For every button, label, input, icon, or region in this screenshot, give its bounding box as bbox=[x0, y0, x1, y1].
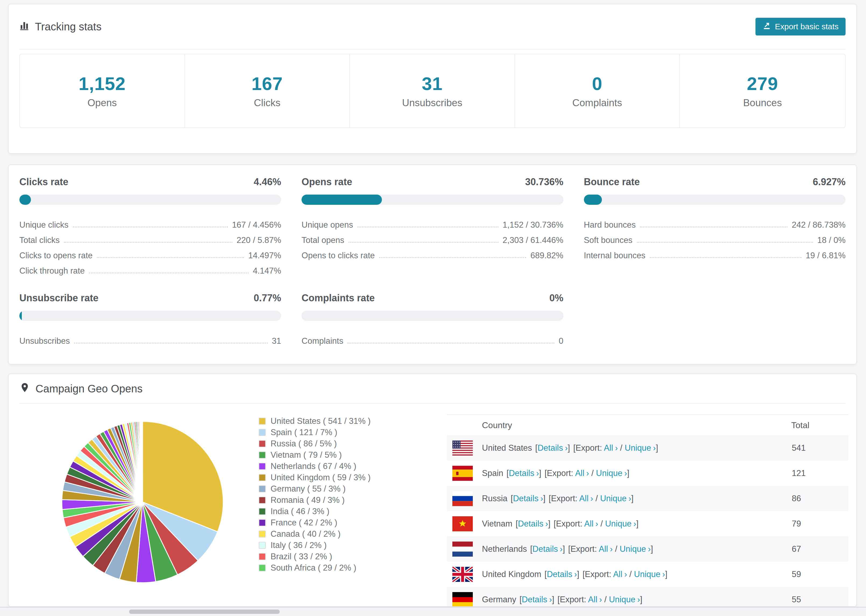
bracket: [ bbox=[535, 443, 538, 453]
column-header-total: Total bbox=[791, 420, 809, 430]
stat-value: 167 bbox=[252, 73, 283, 94]
rate-row-label: Click through rate bbox=[19, 266, 85, 276]
rate-row-label: Total opens bbox=[301, 236, 344, 245]
legend-swatch bbox=[259, 553, 266, 560]
export-icon bbox=[762, 22, 771, 32]
export-unique-link[interactable]: Unique bbox=[634, 569, 660, 579]
chevron-right-icon: › bbox=[624, 468, 627, 478]
slash: / bbox=[618, 443, 625, 453]
rate-head: Opens rate30.736% bbox=[301, 176, 563, 188]
export-all-link[interactable]: All bbox=[588, 595, 597, 604]
slash: / bbox=[627, 569, 634, 579]
export-basic-stats-button[interactable]: Export basic stats bbox=[756, 18, 846, 36]
details-link[interactable]: Details bbox=[547, 569, 572, 579]
progress-track bbox=[19, 195, 281, 205]
rate-value: 30.736% bbox=[525, 176, 564, 188]
rate-row-value: 19 / 6.81% bbox=[806, 251, 846, 261]
rate-title: Opens rate bbox=[301, 176, 352, 188]
bracket: ] bbox=[539, 468, 542, 478]
scrollbar-thumb[interactable] bbox=[129, 610, 280, 614]
stat-cell-complaints: 0Complaints bbox=[515, 54, 680, 127]
legend-item: Canada ( 40 / 2% ) bbox=[259, 528, 371, 540]
export-label: Export: bbox=[560, 595, 586, 604]
chevron-right-icon: › bbox=[648, 544, 650, 554]
total-cell: 121 bbox=[792, 468, 806, 478]
legend-label: Italy ( 36 / 2% ) bbox=[271, 541, 326, 550]
page-title: Tracking stats bbox=[35, 21, 101, 33]
legend-item: Spain ( 121 / 7% ) bbox=[259, 427, 371, 438]
export-all-link[interactable]: All bbox=[604, 443, 613, 453]
progress-fill bbox=[301, 195, 382, 205]
rate-row-label: Complaints bbox=[301, 336, 343, 346]
export-unique-link[interactable]: Unique bbox=[596, 468, 622, 478]
bracket: ] bbox=[631, 494, 634, 503]
total-cell: 67 bbox=[792, 544, 801, 554]
export-unique-link[interactable]: Unique bbox=[620, 544, 646, 554]
dotted-leader bbox=[73, 226, 228, 227]
details-link[interactable]: Details bbox=[513, 494, 538, 503]
rate-rows: Hard bounces242 / 86.738%Soft bounces18 … bbox=[584, 214, 846, 261]
export-all-link[interactable]: All bbox=[579, 494, 589, 503]
dotted-leader bbox=[637, 242, 813, 243]
rate-row: Clicks to opens rate14.497% bbox=[19, 245, 281, 261]
country-name: United Kingdom bbox=[482, 569, 542, 579]
legend-swatch bbox=[259, 463, 266, 470]
export-unique-link[interactable]: Unique bbox=[625, 443, 651, 453]
legend-item: France ( 42 / 2% ) bbox=[259, 517, 371, 528]
legend-label: Spain ( 121 / 7% ) bbox=[271, 427, 337, 437]
chevron-right-icon: › bbox=[628, 494, 631, 503]
flag-icon-vn bbox=[452, 516, 473, 531]
legend-label: Russia ( 86 / 5% ) bbox=[271, 439, 337, 449]
stat-label: Complaints bbox=[572, 97, 622, 108]
export-unique-link[interactable]: Unique bbox=[605, 519, 631, 528]
chevron-right-icon: › bbox=[574, 569, 577, 579]
details-link[interactable]: Details bbox=[522, 595, 547, 604]
chevron-right-icon: › bbox=[615, 443, 618, 453]
stats-strip: 1,152Opens167Clicks31Unsubscribes0Compla… bbox=[19, 54, 846, 128]
details-link[interactable]: Details bbox=[538, 443, 563, 453]
export-unique-link[interactable]: Unique bbox=[609, 595, 635, 604]
flag-icon-nl bbox=[452, 542, 473, 556]
bracket: [ bbox=[573, 443, 576, 453]
details-link[interactable]: Details bbox=[518, 519, 543, 528]
export-all-link[interactable]: All bbox=[599, 544, 608, 554]
progress-track bbox=[584, 195, 846, 205]
export-all-link[interactable]: All bbox=[575, 468, 584, 478]
export-all-link[interactable]: All bbox=[584, 519, 593, 528]
dotted-leader bbox=[357, 226, 498, 227]
legend-item: Russia ( 86 / 5% ) bbox=[259, 438, 371, 449]
chevron-right-icon: › bbox=[549, 595, 552, 604]
rate-head: Unsubscribe rate0.77% bbox=[19, 292, 281, 304]
pie-slice-other bbox=[142, 421, 143, 502]
rate-row-label: Soft bounces bbox=[584, 236, 633, 245]
bracket: [ bbox=[516, 519, 518, 528]
map-pin-icon bbox=[19, 382, 30, 395]
stat-label: Opens bbox=[87, 97, 117, 108]
rate-row-value: 1,152 / 30.736% bbox=[503, 220, 564, 230]
bracket: [ bbox=[545, 468, 547, 478]
details-link[interactable]: Details bbox=[532, 544, 558, 554]
rate-title: Unsubscribe rate bbox=[19, 292, 98, 304]
details-link[interactable]: Details bbox=[509, 468, 534, 478]
table-row-nl: Netherlands[Details›][Export: All› / Uni… bbox=[447, 536, 848, 562]
export-all-link[interactable]: All bbox=[613, 569, 622, 579]
rate-row-value: 18 / 0% bbox=[817, 236, 846, 245]
rate-row-value: 14.497% bbox=[248, 251, 281, 261]
bracket: ] bbox=[552, 595, 554, 604]
rate-row-value: 4.147% bbox=[253, 266, 281, 276]
progress-track bbox=[301, 195, 563, 205]
legend-swatch bbox=[259, 564, 266, 571]
chevron-right-icon: › bbox=[653, 443, 656, 453]
export-unique-link[interactable]: Unique bbox=[600, 494, 627, 503]
flag-icon-ru bbox=[452, 491, 473, 506]
legend-swatch bbox=[259, 418, 266, 425]
country-name: Vietnam bbox=[482, 519, 512, 528]
export-label: Export: bbox=[551, 494, 578, 503]
bracket: [ bbox=[549, 494, 551, 503]
stat-cell-opens: 1,152Opens bbox=[20, 54, 185, 127]
rate-row: Hard bounces242 / 86.738% bbox=[584, 214, 846, 230]
bracket: [ bbox=[568, 544, 571, 554]
geo-opens-card: Campaign Geo Opens United States ( 541 /… bbox=[8, 374, 857, 607]
rate-row: Unique opens1,152 / 30.736% bbox=[301, 214, 563, 230]
rates-grid: Clicks rate4.46%Unique clicks167 / 4.456… bbox=[19, 176, 846, 346]
